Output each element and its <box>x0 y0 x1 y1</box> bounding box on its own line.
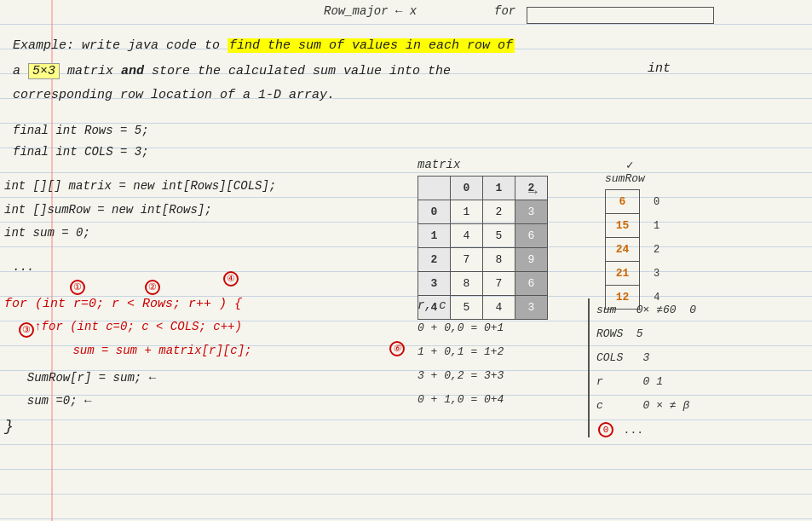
matrix-cell-4-2: 3 <box>515 296 548 320</box>
sumrow-val-0: 6 <box>606 190 640 214</box>
example-line1: Example: write java code to find the sum… <box>13 38 515 53</box>
matrix-row-2: 2 7 8 9 <box>418 248 548 272</box>
vars-content: sum 0× ≠60 0 ROWS 5 COLS 3 r 0 1 c 0 × ≠… <box>596 298 696 418</box>
matrix-section: matrix 0 1 2 0 1 2 3 1 4 5 6 2 7 <box>418 158 548 320</box>
sumrow-row-2: 24 2 <box>606 238 674 262</box>
sumrow-val-2: 24 <box>606 238 640 262</box>
code-line-1: final int Rows = 5; <box>13 124 149 137</box>
close-brace: } <box>4 418 14 435</box>
var-c: c 0 × ≠ β <box>596 394 696 418</box>
matrix-rowlabel-0: 0 <box>418 200 451 224</box>
sumrow-row-3: 21 3 <box>606 262 674 286</box>
calc-2: 3 + 0,2 = 3+3 <box>418 364 504 388</box>
matrix-cell-2-1: 8 <box>483 248 515 272</box>
var-dots: ... <box>624 424 643 437</box>
matrix-cell-1-2: 6 <box>515 224 548 248</box>
matrix-cell-3-1: 7 <box>483 272 515 296</box>
code-line-4: int []sumRow = new int[Rows]; <box>4 203 212 217</box>
sumrow-idx-0: 0 <box>640 190 674 214</box>
calculations-list: 0 + 0,0 = 0+1 1 + 0,1 = 1+2 3 + 0,2 = 3+… <box>418 316 504 412</box>
circle-2: ② <box>143 280 162 295</box>
circled-1: ① <box>70 280 85 295</box>
var-circle-0: 0 ... <box>596 422 696 437</box>
circle-b: ⑥ <box>388 341 406 356</box>
var-rows: ROWS 5 <box>596 322 696 346</box>
for-loop-line: for (int r=0; r < Rows; r++ ) { <box>4 297 242 311</box>
notes-section: r, c 0 + 0,0 = 0+1 1 + 0,1 = 1+2 3 + 0,2… <box>418 298 504 412</box>
code-line-3: int [][] matrix = new int[Rows][COLS]; <box>4 179 276 193</box>
circle-4: ④ <box>222 271 240 287</box>
matrix-rowlabel-3: 3 <box>418 272 451 296</box>
circled-var-0: 0 <box>598 422 613 437</box>
circled-b: ⑥ <box>389 341 405 356</box>
example-prefix: Example: write java code to <box>13 38 227 53</box>
example-a: a <box>13 64 28 78</box>
matrix-label: matrix <box>418 158 548 171</box>
rc-label: r, c <box>418 298 504 312</box>
sumrow-label: sumRow <box>605 172 674 185</box>
main-content: Row_major ← x for Example: write java co… <box>0 0 812 521</box>
matrix-cell-1-0: 4 <box>451 224 483 248</box>
calc-1: 1 + 0,1 = 1+2 <box>418 340 504 364</box>
matrix-cell-0-2: 3 <box>515 200 548 224</box>
matrix-cell-0-1: 2 <box>483 200 515 224</box>
sumrow-assign: SumRow[r] = sum; ← <box>13 371 156 385</box>
example-highlight: find the sum of values in each row of <box>227 38 515 53</box>
matrix-rowlabel-2: 2 <box>418 248 451 272</box>
calc-0: 0 + 0,0 = 0+1 <box>418 316 504 340</box>
sumrow-idx-3: 3 <box>640 262 674 286</box>
matrix-row-1: 1 4 5 6 <box>418 224 548 248</box>
example-matrix-size: 5×3 <box>28 63 60 79</box>
sumrow-row-0: 6 0 <box>606 190 674 214</box>
matrix-col-0: 0 <box>451 177 483 200</box>
for-box <box>527 7 714 24</box>
code-line-5: int sum = 0; <box>4 226 90 240</box>
example-line2: a 5×3 matrix and store the calculated su… <box>13 63 451 79</box>
sum-line: sum = sum + matrix[r][c]; <box>30 344 251 357</box>
matrix-row-3: 3 8 7 6 <box>418 272 548 296</box>
var-r: r 0 1 <box>596 370 696 394</box>
circle-1: ① <box>68 280 87 295</box>
sumrow-section: ✓ sumRow 6 0 15 1 24 2 21 3 12 4 <box>605 158 674 310</box>
circled-4: ④ <box>223 271 239 287</box>
arrow-right: → <box>528 183 538 200</box>
matrix-cell-2-2: 9 <box>515 248 548 272</box>
matrix-cell-1-1: 5 <box>483 224 515 248</box>
sumrow-idx-2: 2 <box>640 238 674 262</box>
example-suffix: matrix and store the calculated sum valu… <box>60 64 451 78</box>
sumrow-val-3: 21 <box>606 262 640 286</box>
sumrow-checkmark: ✓ <box>626 158 674 172</box>
int-label: int <box>648 61 671 76</box>
var-cols: COLS 3 <box>596 346 696 370</box>
sum-reset: sum =0; ← <box>13 394 91 408</box>
sumrow-table: 6 0 15 1 24 2 21 3 12 4 <box>605 189 674 310</box>
matrix-col-1: 1 <box>483 177 515 200</box>
for-label: for <box>494 4 515 18</box>
row-major-label: Row_major ← x <box>324 4 417 18</box>
sumrow-idx-1: 1 <box>640 214 674 238</box>
code-ellipsis: ... <box>13 260 34 274</box>
matrix-header-empty <box>418 177 451 200</box>
code-line-2: final int COLS = 3; <box>13 145 149 159</box>
matrix-cell-3-2: 6 <box>515 272 548 296</box>
matrix-rowlabel-1: 1 <box>418 224 451 248</box>
calc-3: 0 + 1,0 = 0+4 <box>418 388 504 412</box>
sumrow-row-1: 15 1 <box>606 214 674 238</box>
matrix-cell-3-0: 8 <box>451 272 483 296</box>
var-sum: sum 0× ≠60 0 <box>596 298 696 322</box>
inner-for-line: ↑for (int c=0; c < COLS; c++) <box>13 320 242 333</box>
example-line3: corresponding row location of a 1-D arra… <box>13 88 335 102</box>
vars-box: sum 0× ≠60 0 ROWS 5 COLS 3 r 0 1 c 0 × ≠… <box>588 298 696 437</box>
matrix-cell-2-0: 7 <box>451 248 483 272</box>
matrix-row-0: 0 1 2 3 <box>418 200 548 224</box>
sumrow-val-1: 15 <box>606 214 640 238</box>
circled-2: ② <box>145 280 160 295</box>
matrix-cell-0-0: 1 <box>451 200 483 224</box>
